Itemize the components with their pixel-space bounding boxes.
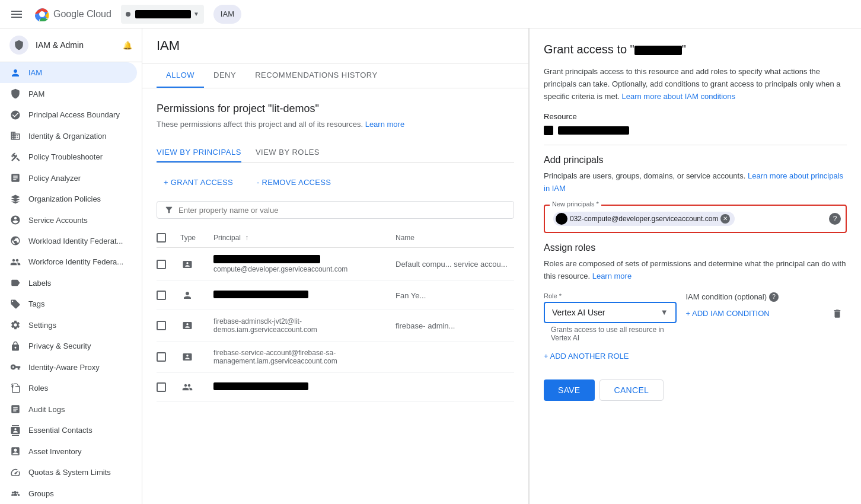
permissions-subtitle: These permissions affect this project an… [157, 120, 514, 129]
add-principals-title: Add principals [544, 155, 847, 165]
sidebar-item-label-policy-troubleshooter: Policy Troubleshooter [28, 152, 103, 161]
resource-label: Resource [544, 112, 847, 121]
sidebar-item-iam[interactable]: IAM [0, 62, 137, 83]
tab-recommendations[interactable]: RECOMMENDATIONS HISTORY [245, 63, 387, 88]
notification-icon[interactable]: 🔔 [123, 41, 132, 50]
add-iam-condition-button[interactable]: + ADD IAM CONDITION [686, 307, 819, 320]
view-tab-roles[interactable]: VIEW BY ROLES [256, 143, 320, 162]
permissions-section: Permissions for project "lit-demos" Thes… [142, 88, 528, 416]
table-row [157, 373, 514, 402]
panel-title-project-redacted [634, 46, 682, 55]
tab-allow[interactable]: ALLOW [157, 63, 204, 88]
sidebar-item-workforce-identity[interactable]: Workforce Identity Federa... [0, 251, 137, 272]
learn-more-link[interactable]: Learn more [365, 120, 404, 129]
iam-condition-help-icon[interactable]: ? [769, 292, 779, 302]
sidebar-item-label-essential-contacts: Essential Contacts [28, 426, 93, 435]
new-principals-label: New principals * [550, 200, 601, 208]
table-row: firebase-service-account@firebase-sa-man… [157, 342, 514, 373]
quotas-icon [9, 467, 21, 479]
principal-info [213, 291, 391, 300]
view-tabs: VIEW BY PRINCIPALS VIEW BY ROLES [157, 143, 514, 163]
pam-icon [9, 88, 21, 100]
learn-more-roles-link[interactable]: Learn more [592, 272, 632, 280]
sidebar-item-org-policies[interactable]: Organization Policies [0, 189, 137, 209]
sidebar-header: IAM & Admin 🔔 [0, 28, 142, 62]
row-checkbox[interactable] [157, 352, 176, 362]
grant-access-button[interactable]: + GRANT ACCESS [157, 173, 240, 192]
table-header: Type Principal ↑ Name [157, 228, 514, 248]
sidebar-item-audit-logs[interactable]: Audit Logs [0, 399, 137, 420]
principal-chip-close-button[interactable]: ✕ [720, 214, 730, 224]
filter-input[interactable] [178, 206, 506, 215]
row-checkbox[interactable] [157, 382, 176, 392]
table-row: Fan Ye... [157, 281, 514, 310]
sidebar-item-privacy-security[interactable]: Privacy & Security [0, 336, 137, 356]
sidebar-item-label-workforce-identity: Workforce Identity Federa... [28, 257, 123, 266]
sidebar-item-iap[interactable]: Identity-Aware Proxy [0, 357, 137, 378]
sidebar-item-essential-contacts[interactable]: Essential Contacts [0, 420, 137, 441]
sidebar-item-settings[interactable]: Settings [0, 315, 137, 336]
sidebar-item-tags[interactable]: Tags [0, 294, 137, 314]
sidebar-item-roles[interactable]: Roles [0, 378, 137, 398]
sidebar-item-groups[interactable]: Groups [0, 483, 137, 503]
sidebar-item-label-labels: Labels [28, 279, 51, 288]
role-description: Grants access to use all resource in Ver… [544, 326, 677, 342]
sidebar-item-policy-troubleshooter[interactable]: Policy Troubleshooter [0, 146, 137, 167]
iam-chip: IAM [213, 5, 241, 24]
sidebar-title: IAM & Admin [36, 40, 84, 50]
sidebar-item-workload-identity[interactable]: Workload Identity Federat... [0, 231, 137, 251]
project-dot [126, 12, 130, 17]
principal-name-redacted [213, 291, 308, 298]
header-checkbox[interactable] [157, 233, 176, 243]
role-select-dropdown[interactable]: Vertex AI User ▼ [544, 302, 677, 323]
tab-deny[interactable]: DENY [204, 63, 245, 88]
sidebar-item-pam[interactable]: PAM [0, 83, 137, 104]
principal-email: firebase-adminsdk-jvt2t@lit-demos.iam.gs… [213, 317, 391, 334]
sidebar-item-asset-inventory[interactable]: Asset Inventory [0, 441, 137, 461]
tags-icon [9, 298, 21, 310]
name-cell: firebase- admin... [396, 321, 514, 330]
labels-icon [9, 277, 21, 289]
iap-icon [9, 361, 21, 373]
add-another-role-button[interactable]: + ADD ANOTHER ROLE [544, 347, 847, 365]
policy-analyzer-icon [9, 172, 21, 184]
table-row: compute@developer.gserviceaccount.com De… [157, 248, 514, 281]
principal-info: firebase-service-account@firebase-sa-man… [213, 349, 391, 365]
view-tab-principals[interactable]: VIEW BY PRINCIPALS [157, 143, 241, 162]
google-cloud-text: Google Cloud [53, 9, 111, 20]
sidebar-item-policy-analyzer[interactable]: Policy Analyzer [0, 167, 137, 188]
role-row: Role * Vertex AI User ▼ Grants access to… [544, 292, 847, 342]
learn-more-iam-conditions-link[interactable]: Learn more about IAM conditions [622, 92, 736, 101]
org-policies-icon [9, 193, 21, 205]
row-checkbox[interactable] [157, 291, 176, 300]
add-principals-desc: Principals are users, groups, domains, o… [544, 170, 847, 195]
delete-role-button[interactable] [828, 304, 847, 323]
role-select-group: Role * Vertex AI User ▼ Grants access to… [544, 292, 677, 342]
project-selector[interactable]: ▼ [121, 5, 204, 24]
principal-email: firebase-service-account@firebase-sa-man… [213, 349, 391, 365]
pab-icon [9, 109, 21, 121]
cancel-button[interactable]: CANCEL [599, 379, 664, 401]
iam-admin-icon [9, 36, 28, 55]
sidebar-item-identity-org[interactable]: Identity & Organization [0, 125, 137, 146]
sidebar-item-pab[interactable]: Principal Access Boundary [0, 104, 137, 125]
sidebar-item-service-accounts[interactable]: Service Accounts [0, 209, 137, 230]
workload-identity-icon [9, 235, 21, 247]
settings-icon [9, 319, 21, 331]
side-panel: Grant access to "" Grant principals acce… [529, 28, 861, 504]
sidebar-item-label-org-policies: Organization Policies [28, 194, 101, 203]
project-selector-arrow: ▼ [193, 11, 199, 17]
sidebar-item-labels[interactable]: Labels [0, 273, 137, 294]
header-type: Type [180, 234, 209, 242]
menu-icon[interactable] [5, 2, 28, 26]
remove-access-button[interactable]: - REMOVE ACCESS [250, 173, 338, 192]
row-checkbox[interactable] [157, 260, 176, 269]
save-button[interactable]: SAVE [544, 379, 595, 401]
principals-help-icon[interactable]: ? [829, 213, 841, 225]
sidebar-item-quotas[interactable]: Quotas & System Limits [0, 462, 137, 483]
sidebar: IAM & Admin 🔔 IAM PAM Principal Access B… [0, 28, 142, 504]
page-title: IAM [157, 38, 514, 53]
type-icon-service-account [180, 350, 194, 364]
role-select-value: Vertex AI User [552, 308, 661, 317]
row-checkbox[interactable] [157, 321, 176, 330]
